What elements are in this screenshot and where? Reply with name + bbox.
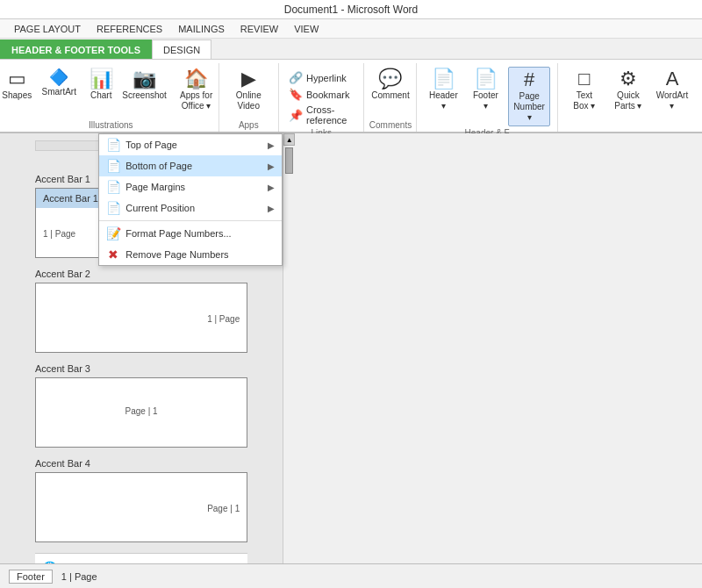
ribbon: HEADER & FOOTER TOOLS DESIGN ▭ Shapes 🔷 … <box>0 39 702 133</box>
menu-page-layout[interactable]: PAGE LAYOUT <box>7 22 88 36</box>
top-of-page-arrow: ▶ <box>268 140 275 150</box>
btn-online-video[interactable]: ▶ Online Video <box>226 67 271 114</box>
accent-bar-4-body: Page | 1 <box>36 473 247 542</box>
illustrations-items: ▭ Shapes 🔷 SmartArt 📊 Chart 📷 Screenshot… <box>0 63 224 118</box>
bottom-of-page-label: Bottom of Page <box>125 161 262 171</box>
accent-bar-3-preview[interactable]: Page | 1 <box>35 377 247 448</box>
shapes-label: Shapes <box>2 90 32 101</box>
current-position-arrow: ▶ <box>268 204 275 213</box>
menu-review[interactable]: REVIEW <box>233 22 285 36</box>
accent-bar-2-page-text: 1 | Page <box>207 314 240 324</box>
dropdown-format-page-numbers[interactable]: 📝 Format Page Numbers... <box>99 223 282 244</box>
chart-label: Chart <box>90 90 111 101</box>
page-margins-icon: 📄 <box>106 180 120 194</box>
tab-header-footer-tools[interactable]: HEADER & FOOTER TOOLS <box>0 39 152 59</box>
wordart-label: WordArt ▾ <box>656 90 689 111</box>
more-page-numbers-arrow: ▶ <box>233 563 240 564</box>
bottom-of-page-icon: 📄 <box>106 159 120 173</box>
footer-icon: 📄 <box>474 69 498 89</box>
group-illustrations: ▭ Shapes 🔷 SmartArt 📊 Chart 📷 Screenshot… <box>4 63 219 132</box>
main-area: Page X Accent Bar 1 Accent Bar 1 1 | Pag… <box>0 133 702 563</box>
btn-footer[interactable]: 📄 Footer ▾ <box>466 67 505 114</box>
accent-bar-2-label: Accent Bar 2 <box>35 269 247 279</box>
links-list: 🔗 Hyperlink 🔖 Bookmark 📌 Cross-reference <box>286 67 356 126</box>
group-header-footer: 📄 Header ▾ 📄 Footer ▾ # Page Number ▾ He… <box>417 63 557 132</box>
btn-shapes[interactable]: ▭ Shapes <box>0 67 36 104</box>
tab-design[interactable]: DESIGN <box>152 39 211 59</box>
screenshot-label: Screenshot <box>122 90 167 101</box>
bottom-of-page-arrow: ▶ <box>268 161 275 171</box>
dropdown-top-of-page[interactable]: 📄 Top of Page ▶ <box>99 134 282 155</box>
comments-group-label: Comments <box>369 118 412 132</box>
ribbon-tabs: HEADER & FOOTER TOOLS DESIGN <box>0 39 702 60</box>
menu-mailings[interactable]: MAILINGS <box>171 22 232 36</box>
btn-screenshot[interactable]: 📷 Screenshot <box>124 67 165 104</box>
btn-cross-reference[interactable]: 📌 Cross-reference <box>286 104 356 126</box>
status-page-info: 1 | Page <box>61 571 97 582</box>
accent-bar-3-section: Accent Bar 3 Page | 1 <box>35 363 247 448</box>
btn-header[interactable]: 📄 Header ▾ <box>424 67 462 114</box>
accent-bar-2-body: 1 | Page <box>36 283 247 353</box>
accent-bar-4-label: Accent Bar 4 <box>35 458 247 469</box>
btn-comment[interactable]: 💬 Comment <box>367 67 413 104</box>
illustrations-group-label: Illustrations <box>89 118 133 132</box>
dropdown-remove-page-numbers[interactable]: ✖ Remove Page Numbers <box>99 244 282 265</box>
format-page-numbers-label: Format Page Numbers... <box>125 228 275 239</box>
dropdown-menu: 📄 Top of Page ▶ 📄 Bottom of Page ▶ 📄 Pag… <box>98 133 283 266</box>
btn-bookmark[interactable]: 🔖 Bookmark <box>286 87 356 102</box>
btn-apps-office[interactable]: 🏠 Apps for Office ▾ <box>168 67 224 114</box>
page-margins-label: Page Margins <box>125 182 262 192</box>
title-text: Document1 - Microsoft Word <box>284 4 419 16</box>
quick-parts-label: Quick Parts ▾ <box>612 90 645 111</box>
hf-items: 📄 Header ▾ 📄 Footer ▾ # Page Number ▾ <box>424 63 550 126</box>
btn-wordart[interactable]: A WordArt ▾ <box>653 67 691 114</box>
dropdown-bottom-of-page[interactable]: 📄 Bottom of Page ▶ <box>99 155 282 176</box>
screenshot-icon: 📷 <box>133 69 156 89</box>
accent-bar-4-preview[interactable]: Page | 1 <box>35 472 247 542</box>
btn-hyperlink[interactable]: 🔗 Hyperlink <box>286 70 356 85</box>
accent-bar-2-preview[interactable]: 1 | Page <box>35 283 247 353</box>
online-video-label: Online Video <box>231 90 267 111</box>
current-position-label: Current Position <box>125 203 262 213</box>
online-video-icon: ▶ <box>241 69 256 89</box>
accent-bar-4-page-text: Page | 1 <box>207 504 240 513</box>
comment-icon: 💬 <box>378 69 402 89</box>
comment-label: Comment <box>371 90 409 101</box>
group-links: 🔗 Hyperlink 🔖 Bookmark 📌 Cross-reference… <box>279 63 364 132</box>
btn-smartart[interactable]: 🔷 SmartArt <box>39 67 78 100</box>
dropdown-separator <box>99 220 282 221</box>
footer-tab[interactable]: Footer <box>9 570 53 584</box>
bottom-items-panel: 🌐 More Page Numbers from Office.com ▶ 💾 … <box>35 553 247 563</box>
bookmark-icon: 🔖 <box>289 88 303 101</box>
doc-area-wrapper: Page X Accent Bar 1 Accent Bar 1 1 | Pag… <box>0 133 295 563</box>
status-bar: Footer 1 | Page <box>0 563 702 588</box>
hyperlink-icon: 🔗 <box>289 71 303 84</box>
dropdown-current-position[interactable]: 📄 Current Position ▶ <box>99 197 282 219</box>
links-items: 🔗 Hyperlink 🔖 Bookmark 📌 Cross-reference <box>286 63 356 126</box>
menu-bar: PAGE LAYOUT REFERENCES MAILINGS REVIEW V… <box>0 19 702 39</box>
accent-bar-4-section: Accent Bar 4 Page | 1 <box>35 458 247 542</box>
top-of-page-icon: 📄 <box>106 138 120 152</box>
btn-quick-parts[interactable]: ⚙ Quick Parts ▾ <box>607 67 649 114</box>
scroll-up-btn[interactable]: ▲ <box>283 133 295 146</box>
textbox-label: Text Box ▾ <box>569 90 599 111</box>
more-page-numbers-icon: 🌐 <box>42 561 56 563</box>
menu-view[interactable]: VIEW <box>287 22 326 36</box>
accent-bar-3-page-text: Page | 1 <box>125 406 158 416</box>
apps-office-icon: 🏠 <box>184 69 208 89</box>
smartart-icon: 🔷 <box>49 69 68 85</box>
group-text: □ Text Box ▾ ⚙ Quick Parts ▾ A WordArt ▾ <box>558 63 698 132</box>
btn-more-page-numbers[interactable]: 🌐 More Page Numbers from Office.com ▶ <box>35 557 247 563</box>
btn-chart[interactable]: 📊 Chart <box>82 67 120 104</box>
dropdown-page-margins[interactable]: 📄 Page Margins ▶ <box>99 176 282 197</box>
cross-reference-label: Cross-reference <box>306 104 354 125</box>
page-number-icon: # <box>524 70 534 90</box>
remove-page-numbers-label: Remove Page Numbers <box>125 249 275 260</box>
ribbon-content: ▭ Shapes 🔷 SmartArt 📊 Chart 📷 Screenshot… <box>0 60 702 132</box>
btn-textbox[interactable]: □ Text Box ▾ <box>565 67 604 114</box>
menu-references[interactable]: REFERENCES <box>90 22 169 36</box>
btn-page-number[interactable]: # Page Number ▾ <box>508 67 550 126</box>
scrollbar-vertical[interactable]: ▲ <box>283 133 295 563</box>
textbox-icon: □ <box>578 69 590 89</box>
scroll-thumb[interactable] <box>285 147 293 174</box>
